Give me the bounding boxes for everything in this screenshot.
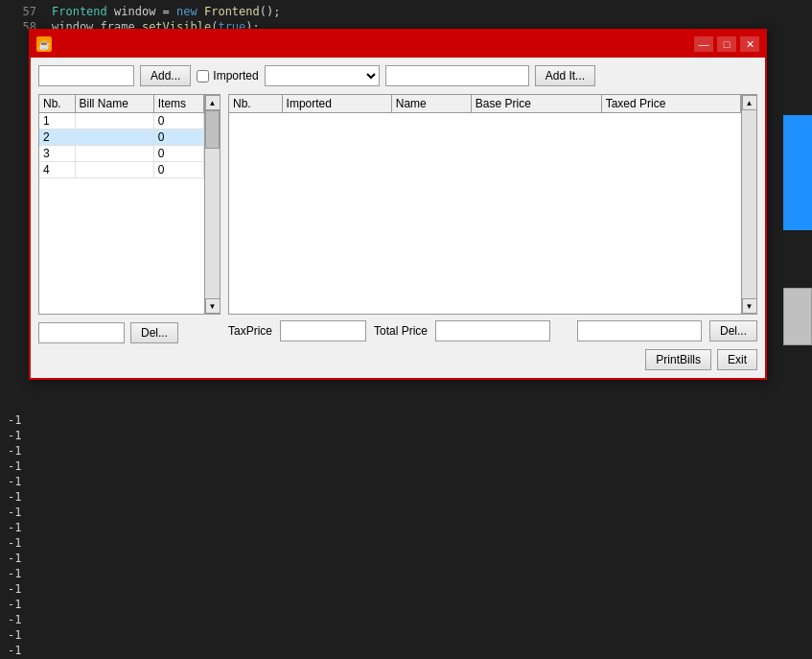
code-editor-top: 57 Frontend window = new Frontend(); 58 … <box>0 0 812 29</box>
line-58-num: 58 <box>8 19 36 29</box>
line-57-text: Frontend window = new Frontend(); <box>52 4 280 19</box>
line-58-text: window.frame.setVisible(true); <box>52 19 260 29</box>
line-57-num: 57 <box>8 4 36 19</box>
